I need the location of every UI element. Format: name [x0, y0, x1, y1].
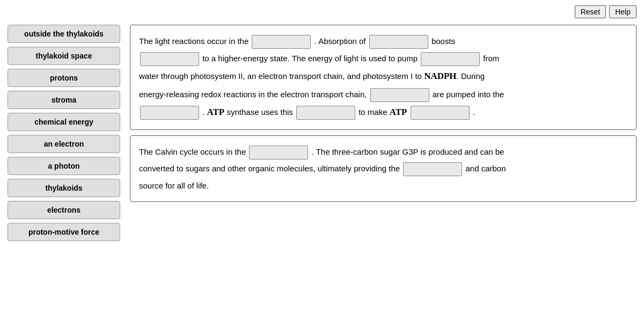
word-bank: outside the thylakoidsthylakoid spacepro…	[8, 25, 120, 241]
p1-text11: .	[473, 107, 475, 117]
p1-text2: . Absorption of	[314, 37, 368, 46]
blank-2[interactable]	[369, 35, 428, 49]
reset-button[interactable]: Reset	[575, 5, 606, 18]
passages: The light reactions occur in the . Absor…	[130, 25, 636, 241]
atp-label-1: ATP	[207, 107, 225, 117]
p1-text3: boosts	[431, 37, 455, 46]
word-tile-protons[interactable]: protons	[8, 69, 120, 87]
word-tile-a-photon[interactable]: a photon	[8, 157, 120, 175]
p2-text2: . The three-carbon sugar G3P is produced…	[312, 147, 504, 156]
blank-8[interactable]	[411, 106, 470, 120]
passage-calvin-cycle: The Calvin cycle occurs in the . The thr…	[130, 135, 636, 202]
blank-6[interactable]	[140, 106, 199, 120]
blank-9[interactable]	[249, 146, 308, 160]
p1-text7: energy-releasing redox reactions in the …	[139, 90, 369, 99]
p2-text3: converted to sugars and other organic mo…	[139, 164, 402, 173]
word-tile-proton-motive-force[interactable]: proton-motive force	[8, 223, 120, 241]
p2-text4: and carbon	[465, 164, 506, 173]
atp-label-2: ATP	[390, 107, 407, 117]
blank-4[interactable]	[421, 52, 480, 66]
blank-1[interactable]	[252, 35, 311, 49]
word-tile-an-electron[interactable]: an electron	[8, 135, 120, 153]
blank-7[interactable]	[296, 106, 355, 120]
p1-text6: water through photosystem II, an electro…	[139, 71, 485, 81]
passage-light-reactions: The light reactions occur in the . Absor…	[130, 25, 636, 130]
p1-text5: from	[483, 54, 499, 63]
p1-text9: . ATP synthase uses this	[202, 107, 295, 117]
toolbar: Reset Help	[0, 0, 644, 21]
word-tile-thylakoid-space[interactable]: thylakoid space	[8, 47, 120, 65]
blank-5[interactable]	[370, 88, 429, 102]
main-area: outside the thylakoidsthylakoid spacepro…	[0, 21, 644, 247]
word-tile-thylakoids[interactable]: thylakoids	[8, 179, 120, 197]
word-tile-stroma[interactable]: stroma	[8, 91, 120, 109]
p1-text8: are pumped into the	[433, 90, 504, 99]
word-tile-chemical-energy[interactable]: chemical energy	[8, 113, 120, 131]
help-button[interactable]: Help	[609, 5, 636, 18]
word-tile-outside-the-thylakoids[interactable]: outside the thylakoids	[8, 25, 120, 43]
nadph-label: NADPH	[424, 71, 456, 81]
p1-text4: to a higher-energy state. The energy of …	[202, 54, 420, 63]
p1-text10: to make ATP	[358, 107, 409, 117]
p2-text5: source for all of life.	[139, 181, 209, 190]
blank-10[interactable]	[403, 162, 462, 176]
p2-text1: The Calvin cycle occurs in the	[139, 147, 248, 156]
blank-3[interactable]	[140, 52, 199, 66]
word-tile-electrons[interactable]: electrons	[8, 201, 120, 219]
p1-text1: The light reactions occur in the	[139, 37, 251, 46]
